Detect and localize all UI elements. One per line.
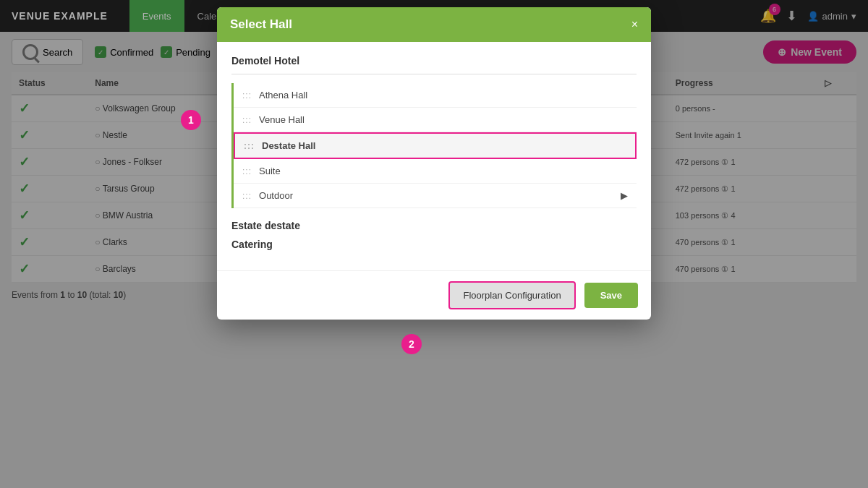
modal-footer: Floorplan Configuration Save	[217, 270, 651, 320]
modal-header: Select Hall ×	[217, 7, 651, 42]
hall-name: Athena Hall	[259, 90, 307, 100]
hall-item-athena[interactable]: ::: Athena Hall	[234, 83, 637, 108]
estate-label: Estate destate	[231, 220, 637, 231]
hall-name: Outdoor	[259, 190, 293, 201]
modal-title: Select Hall	[230, 17, 292, 32]
hall-list: ::: Athena Hall ::: Venue Hall ::: Desta…	[231, 83, 637, 208]
hall-name: Destate Hall	[262, 140, 315, 151]
floorplan-configuration-button[interactable]: Floorplan Configuration	[448, 281, 575, 309]
select-hall-modal: Select Hall × Demotel Hotel ::: Athena H…	[217, 7, 651, 320]
estate-section: Estate destate	[231, 220, 637, 231]
modal-overlay: Select Hall × Demotel Hotel ::: Athena H…	[0, 0, 868, 488]
catering-label: Catering	[231, 239, 637, 250]
save-button[interactable]: Save	[584, 283, 638, 308]
drag-handle-icon: :::	[242, 115, 252, 125]
hall-item-outdoor[interactable]: ::: Outdoor ▶	[234, 184, 637, 208]
hall-item-venue[interactable]: ::: Venue Hall	[234, 108, 637, 132]
modal-body: Demotel Hotel ::: Athena Hall ::: Venue …	[217, 42, 651, 270]
drag-handle-icon: :::	[242, 90, 252, 100]
drag-handle-icon: :::	[242, 191, 252, 201]
modal-close-button[interactable]: ×	[631, 18, 638, 31]
hall-item-destate[interactable]: ::: Destate Hall	[234, 132, 637, 159]
venue-section: Demotel Hotel ::: Athena Hall ::: Venue …	[231, 55, 637, 208]
hall-name: Suite	[259, 166, 281, 176]
arrow-right-icon: ▶	[621, 190, 628, 201]
catering-section: Catering	[231, 239, 637, 250]
venue-name: Demotel Hotel	[231, 55, 637, 67]
hall-name: Venue Hall	[259, 114, 305, 125]
drag-handle-icon: :::	[242, 166, 252, 176]
hall-item-suite[interactable]: ::: Suite	[234, 159, 637, 184]
drag-handle-icon: :::	[244, 141, 255, 151]
